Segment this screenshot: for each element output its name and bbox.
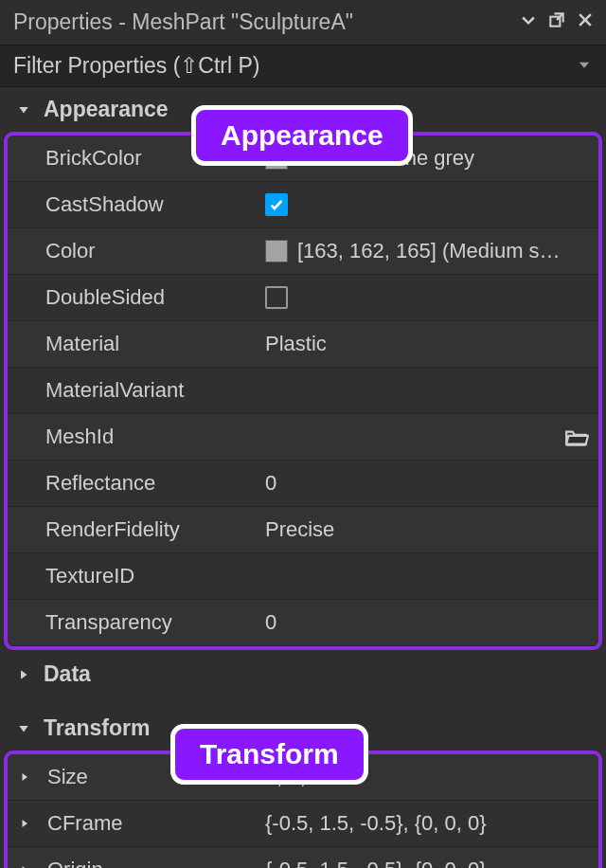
section-header-label: Appearance: [44, 97, 169, 122]
svg-marker-4: [579, 63, 590, 68]
section-header-data[interactable]: Data: [0, 652, 606, 696]
appearance-group: BrickColor Medium stone grey CastShadow …: [4, 132, 602, 650]
property-label: TextureID: [8, 564, 254, 588]
property-value[interactable]: Plastic: [254, 332, 598, 356]
section-header-label: Transform: [44, 715, 150, 741]
property-value[interactable]: {-0.5, 1.5, -0.5}, {0, 0, 0}: [254, 811, 598, 836]
property-label: CastShadow: [8, 192, 254, 217]
callout-appearance: Appearance: [191, 105, 413, 166]
property-label: CFrame: [8, 811, 254, 836]
property-value[interactable]: 0: [254, 610, 598, 635]
color-swatch-icon: [265, 240, 288, 262]
property-label: Color: [8, 239, 254, 263]
property-row-castshadow[interactable]: CastShadow: [8, 182, 598, 228]
property-label: Origin: [8, 858, 254, 868]
property-row-color[interactable]: Color [163, 162, 165] (Medium s…: [8, 228, 598, 275]
property-label: Reflectance: [8, 471, 254, 496]
panel-title: Properties - MeshPart "SculptureA": [13, 9, 519, 35]
property-value[interactable]: [254, 286, 598, 309]
property-label: MaterialVariant: [8, 378, 254, 403]
property-value[interactable]: {-0.5, 1.5, -0.5}, {0, 0, 0}: [254, 858, 598, 868]
property-label: DoubleSided: [8, 285, 254, 310]
property-label: Material: [8, 332, 254, 356]
property-value[interactable]: [254, 426, 598, 447]
collapsed-arrow-icon: [17, 668, 30, 681]
svg-marker-8: [23, 773, 28, 781]
collapsed-arrow-icon[interactable]: [19, 818, 30, 829]
titlebar: Properties - MeshPart "SculptureA": [0, 4, 606, 45]
property-row-materialvariant[interactable]: MaterialVariant: [8, 368, 598, 414]
close-icon[interactable]: [576, 9, 595, 35]
property-row-doublesided[interactable]: DoubleSided: [8, 275, 598, 321]
filter-input[interactable]: Filter Properties (⇧Ctrl P): [0, 45, 606, 87]
property-row-meshid[interactable]: MeshId: [8, 414, 598, 461]
property-row-reflectance[interactable]: Reflectance 0: [8, 461, 598, 507]
collapsed-arrow-icon[interactable]: [19, 864, 30, 868]
svg-marker-7: [19, 726, 27, 732]
folder-open-icon[interactable]: [564, 426, 589, 447]
property-row-transparency[interactable]: Transparency 0: [8, 600, 598, 646]
property-value[interactable]: Precise: [254, 517, 598, 542]
property-label: Transparency: [8, 610, 254, 635]
property-row-renderfidelity[interactable]: RenderFidelity Precise: [8, 507, 598, 553]
property-label: MeshId: [8, 425, 254, 449]
property-value[interactable]: [254, 193, 598, 216]
dropdown-icon[interactable]: [576, 53, 593, 79]
checkbox-checked-icon[interactable]: [265, 193, 288, 216]
property-row-origin[interactable]: Origin {-0.5, 1.5, -0.5}, {0, 0, 0}: [8, 847, 598, 868]
chevron-down-icon[interactable]: [519, 9, 538, 35]
property-value[interactable]: [163, 162, 165] (Medium s…: [254, 239, 598, 263]
property-label: RenderFidelity: [8, 517, 254, 542]
svg-marker-6: [21, 670, 27, 678]
callout-transform: Transform: [170, 724, 368, 785]
property-value[interactable]: 0: [254, 471, 598, 496]
collapsed-arrow-icon[interactable]: [19, 771, 30, 783]
property-row-material[interactable]: Material Plastic: [8, 321, 598, 368]
checkbox-unchecked-icon[interactable]: [265, 286, 288, 309]
svg-marker-9: [23, 820, 28, 827]
property-row-textureid[interactable]: TextureID: [8, 553, 598, 600]
section-header-label: Data: [44, 661, 91, 687]
expanded-arrow-icon: [17, 103, 30, 117]
property-row-cframe[interactable]: CFrame {-0.5, 1.5, -0.5}, {0, 0, 0}: [8, 801, 598, 847]
svg-marker-5: [19, 107, 27, 113]
expanded-arrow-icon: [17, 722, 30, 735]
filter-placeholder: Filter Properties (⇧Ctrl P): [13, 53, 576, 79]
popout-icon[interactable]: [547, 9, 566, 35]
